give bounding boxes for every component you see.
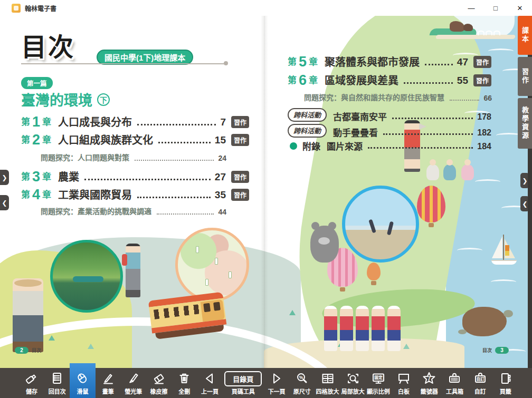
- toc-row-inquiry[interactable]: 問題探究：人口問題與對策 24: [41, 152, 226, 163]
- page-number: 55: [457, 75, 468, 88]
- chapter-unit: 章: [42, 169, 51, 184]
- appendix-bullet-icon: [290, 142, 297, 150]
- tab-teaching-resources[interactable]: 教學資源: [518, 98, 532, 149]
- tree-mark: [403, 344, 410, 349]
- cross-subject-badge: 跨科活動: [288, 108, 327, 122]
- mouse-icon: [74, 371, 90, 386]
- volume-title-text: 臺灣的環境: [21, 89, 92, 110]
- highlighter-tool-button[interactable]: 螢光筆: [121, 368, 146, 398]
- chapter-prefix: 第: [21, 132, 30, 147]
- book-spread: 目次 國民中學(1下)地理課本 第一篇 臺灣的環境 下 第 1 章 人口成長與分…: [0, 16, 528, 368]
- wave-mark: [491, 279, 516, 285]
- river-boat-photo: [50, 240, 123, 313]
- toc-row-appendix[interactable]: 附錄 圖片來源 184: [288, 139, 491, 152]
- page-number-button-icon: 目錄頁: [224, 371, 262, 386]
- page-gutter: [261, 16, 268, 368]
- original-size-button[interactable]: % 原尺寸: [289, 368, 315, 398]
- whiteboard-button[interactable]: 白板: [391, 368, 416, 398]
- chapter-title: 農業: [58, 169, 79, 184]
- chapter-title: 區域發展與差異: [325, 72, 398, 88]
- dot-leader: [84, 179, 211, 180]
- toc-row-chapter-1[interactable]: 第 1 章 人口成長與分布 7 習作: [21, 114, 249, 129]
- svg-text:7: 7: [428, 376, 431, 382]
- wave-mark: [475, 179, 500, 185]
- toc-row-chapter-3[interactable]: 第 3 章 農業 27 習作: [21, 169, 249, 184]
- page-number-tool-button[interactable]: 目錄頁 頁碼工具: [223, 368, 264, 398]
- back-to-toc-button[interactable]: 回目次: [44, 368, 70, 398]
- chapter-number: 2: [32, 133, 40, 147]
- workbook-badge[interactable]: 習作: [231, 189, 249, 201]
- toc-row-activity-2[interactable]: 跨科活動 動手疊疊看 182: [288, 124, 491, 139]
- toc-row-chapter-2[interactable]: 第 2 章 人口組成與族群文化 15 習作: [21, 132, 249, 147]
- sail-patch: [505, 245, 509, 251]
- save-button[interactable]: 儲存: [19, 368, 44, 398]
- zoom-percent-icon: %: [294, 371, 310, 386]
- workbook-badge[interactable]: 習作: [473, 56, 491, 68]
- minimize-button[interactable]: —: [459, 0, 483, 16]
- footer-label: 目次: [482, 347, 492, 354]
- dancer-figure: [324, 306, 337, 351]
- activity-title: 古都臺南安平: [333, 110, 387, 123]
- quad-grid-icon: [320, 371, 336, 386]
- rock-illustration: [463, 24, 473, 31]
- chapter-title: 人口成長與分布: [58, 114, 132, 129]
- tree-mark: [49, 335, 55, 341]
- page-number: 178: [477, 112, 491, 123]
- eraser-icon: [151, 371, 167, 386]
- maximize-button[interactable]: □: [483, 0, 508, 16]
- display-scale-button[interactable]: 固定 顯示比例: [366, 368, 391, 398]
- toc-row-inquiry[interactable]: 問題探究：與自然和諧共存的原住民族智慧 66: [304, 92, 492, 103]
- number-picker-button[interactable]: 7 籤號器: [416, 368, 442, 398]
- tab-textbook[interactable]: 課本: [518, 16, 532, 55]
- toc-row-chapter-5[interactable]: 第 5 章 聚落體系與都市發展 47 習作: [288, 54, 491, 69]
- delete-all-button[interactable]: 全刪: [172, 368, 197, 398]
- page-number: 66: [483, 94, 492, 103]
- workbook-badge[interactable]: 習作: [231, 171, 249, 183]
- toc-row-inquiry[interactable]: 問題探究：產業活動的挑戰與調適 44: [41, 206, 226, 217]
- chapter-title: 人口組成與族群文化: [58, 132, 153, 147]
- inquiry-title: 問題探究：與自然和諧共存的原住民族智慧: [304, 92, 444, 103]
- dot-leader: [368, 147, 473, 149]
- prev-page-button[interactable]: 上一頁: [197, 368, 222, 398]
- nav-next-left-button[interactable]: ❯: [0, 170, 9, 185]
- quad-zoom-button[interactable]: 四格放大: [315, 368, 340, 398]
- highlighter-icon: [126, 371, 141, 386]
- toc-page-button[interactable]: 目錄頁: [224, 371, 262, 386]
- toolbox-button[interactable]: 工具箱: [442, 368, 467, 398]
- dancer-figure: [356, 306, 369, 351]
- sail-left: [492, 236, 502, 258]
- pen-tool-button[interactable]: 畫筆: [96, 368, 121, 398]
- next-page-button[interactable]: 下一頁: [264, 368, 289, 398]
- eraser-tool-button[interactable]: 橡皮擦: [146, 368, 172, 398]
- area-zoom-button[interactable]: 局部放大: [340, 368, 366, 398]
- close-button[interactable]: ✕: [508, 0, 532, 16]
- tab-workbook[interactable]: 習作: [518, 57, 532, 96]
- left-page-footer: 2 目次: [15, 347, 44, 354]
- workbook-badge[interactable]: 習作: [231, 134, 249, 146]
- custom-button[interactable]: 自訂 自訂: [468, 368, 493, 398]
- page-tabs-button[interactable]: 頁籤: [493, 368, 518, 398]
- chevron-left-icon: ❮: [2, 199, 7, 207]
- right-page-footer: 目次 3: [479, 347, 509, 354]
- workbook-badge[interactable]: 習作: [231, 116, 249, 128]
- page-number-pill: 2: [15, 347, 28, 354]
- nav-next-right-button[interactable]: ❯: [520, 173, 528, 188]
- chapter-number: 1: [32, 115, 40, 129]
- nav-prev-right-button[interactable]: ❮: [520, 196, 528, 211]
- chapter-prefix: 第: [21, 187, 30, 202]
- workbook-badge[interactable]: 習作: [473, 74, 491, 86]
- page-number-pill: 3: [495, 347, 509, 354]
- bear-mascot-illustration: [310, 226, 339, 263]
- mouse-tool-button[interactable]: 滑鼠: [70, 363, 95, 398]
- tree-mark: [88, 344, 94, 349]
- dot-leader: [157, 213, 214, 215]
- nav-prev-left-button[interactable]: ❮: [0, 195, 9, 210]
- toc-row-chapter-6[interactable]: 第 6 章 區域發展與差異 55 習作: [288, 72, 491, 88]
- chapter-title: 工業與國際貿易: [58, 187, 132, 202]
- toc-row-activity-1[interactable]: 跨科活動 古都臺南安平 178: [288, 108, 491, 123]
- inquiry-title: 問題探究：人口問題與對策: [41, 152, 129, 163]
- sail-patch: [505, 251, 509, 256]
- wave-mark: [457, 248, 482, 253]
- chapter-number: 5: [299, 55, 307, 69]
- toc-row-chapter-4[interactable]: 第 4 章 工業與國際貿易 35 習作: [21, 187, 249, 202]
